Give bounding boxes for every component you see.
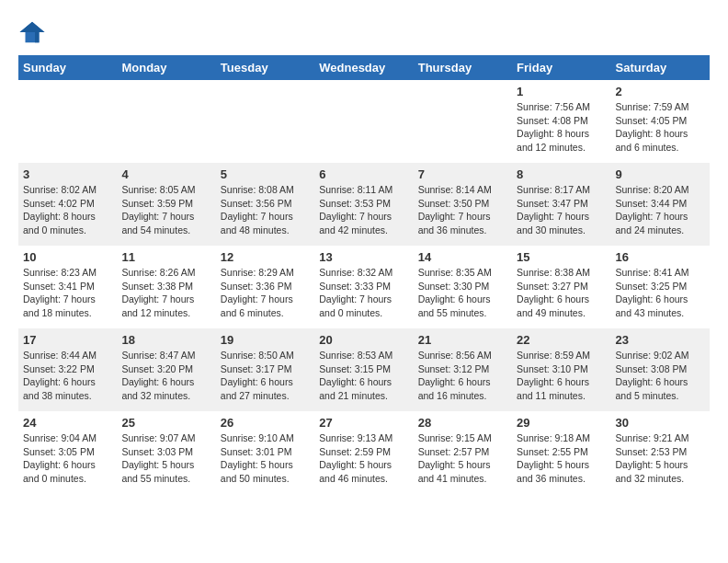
cell-content: Sunrise: 8:11 AM Sunset: 3:53 PM Dayligh… [319,184,392,236]
calendar-week-row: 1Sunrise: 7:56 AM Sunset: 4:08 PM Daylig… [18,80,710,163]
calendar-cell [216,80,314,163]
cell-content: Sunrise: 8:56 AM Sunset: 3:12 PM Dayligh… [418,350,492,401]
calendar-week-row: 24Sunrise: 9:04 AM Sunset: 3:05 PM Dayli… [18,411,710,494]
calendar-cell: 24Sunrise: 9:04 AM Sunset: 3:05 PM Dayli… [18,411,117,494]
cell-content: Sunrise: 8:38 AM Sunset: 3:27 PM Dayligh… [517,267,590,318]
cell-content: Sunrise: 9:15 AM Sunset: 2:57 PM Dayligh… [418,432,492,484]
calendar-cell: 17Sunrise: 8:44 AM Sunset: 3:22 PM Dayli… [18,328,117,411]
day-number: 6 [319,167,408,181]
calendar-cell: 20Sunrise: 8:53 AM Sunset: 3:15 PM Dayli… [314,328,413,411]
day-number: 17 [23,333,112,347]
day-number: 9 [616,167,705,181]
calendar-cell: 2Sunrise: 7:59 AM Sunset: 4:05 PM Daylig… [611,80,710,163]
cell-content: Sunrise: 9:13 AM Sunset: 2:59 PM Dayligh… [319,432,392,484]
calendar-cell: 1Sunrise: 7:56 AM Sunset: 4:08 PM Daylig… [512,80,610,163]
day-number: 21 [418,333,507,347]
calendar-cell: 26Sunrise: 9:10 AM Sunset: 3:01 PM Dayli… [216,411,314,494]
calendar-cell: 22Sunrise: 8:59 AM Sunset: 3:10 PM Dayli… [512,328,610,411]
day-number: 4 [121,167,210,181]
weekday-header: Friday [512,55,610,80]
calendar-cell: 3Sunrise: 8:02 AM Sunset: 4:02 PM Daylig… [18,163,117,246]
calendar-cell: 16Sunrise: 8:41 AM Sunset: 3:25 PM Dayli… [611,246,710,328]
calendar-cell: 15Sunrise: 8:38 AM Sunset: 3:27 PM Dayli… [512,246,610,328]
calendar-cell: 25Sunrise: 9:07 AM Sunset: 3:03 PM Dayli… [117,411,215,494]
day-number: 14 [418,250,507,264]
cell-content: Sunrise: 7:59 AM Sunset: 4:05 PM Dayligh… [616,101,689,153]
cell-content: Sunrise: 8:32 AM Sunset: 3:33 PM Dayligh… [319,267,392,318]
calendar-cell [117,80,215,163]
calendar-cell: 27Sunrise: 9:13 AM Sunset: 2:59 PM Dayli… [314,411,413,494]
day-number: 2 [616,85,705,98]
calendar-cell: 8Sunrise: 8:17 AM Sunset: 3:47 PM Daylig… [512,163,610,246]
cell-content: Sunrise: 8:05 AM Sunset: 3:59 PM Dayligh… [121,184,195,236]
cell-content: Sunrise: 8:23 AM Sunset: 3:41 PM Dayligh… [23,267,97,318]
calendar-cell: 6Sunrise: 8:11 AM Sunset: 3:53 PM Daylig… [314,163,413,246]
calendar-cell: 13Sunrise: 8:32 AM Sunset: 3:33 PM Dayli… [314,246,413,328]
day-number: 28 [418,416,507,430]
day-number: 20 [319,333,408,347]
day-number: 13 [319,250,408,264]
cell-content: Sunrise: 8:02 AM Sunset: 4:02 PM Dayligh… [23,184,97,236]
cell-content: Sunrise: 9:07 AM Sunset: 3:03 PM Dayligh… [121,432,195,484]
day-number: 24 [23,416,112,430]
calendar-cell: 12Sunrise: 8:29 AM Sunset: 3:36 PM Dayli… [216,246,314,328]
day-number: 3 [23,167,112,181]
calendar-cell: 23Sunrise: 9:02 AM Sunset: 3:08 PM Dayli… [611,328,710,411]
calendar-cell: 11Sunrise: 8:26 AM Sunset: 3:38 PM Dayli… [117,246,215,328]
weekday-header: Monday [117,55,215,80]
logo [18,18,50,46]
calendar-cell: 30Sunrise: 9:21 AM Sunset: 2:53 PM Dayli… [611,411,710,494]
day-number: 15 [517,250,606,264]
day-number: 8 [517,167,606,181]
calendar-cell: 21Sunrise: 8:56 AM Sunset: 3:12 PM Dayli… [414,328,512,411]
day-number: 22 [517,333,606,347]
day-number: 11 [121,250,210,264]
cell-content: Sunrise: 9:04 AM Sunset: 3:05 PM Dayligh… [23,432,97,484]
day-number: 26 [221,416,310,430]
day-number: 16 [616,250,705,264]
logo-icon [18,18,46,46]
calendar-cell: 19Sunrise: 8:50 AM Sunset: 3:17 PM Dayli… [216,328,314,411]
cell-content: Sunrise: 8:44 AM Sunset: 3:22 PM Dayligh… [23,350,97,401]
calendar-cell: 14Sunrise: 8:35 AM Sunset: 3:30 PM Dayli… [414,246,512,328]
weekday-header: Saturday [611,55,710,80]
cell-content: Sunrise: 9:21 AM Sunset: 2:53 PM Dayligh… [616,432,689,484]
calendar-cell: 10Sunrise: 8:23 AM Sunset: 3:41 PM Dayli… [18,246,117,328]
day-number: 25 [121,416,210,430]
calendar-cell: 29Sunrise: 9:18 AM Sunset: 2:55 PM Dayli… [512,411,610,494]
calendar-cell: 28Sunrise: 9:15 AM Sunset: 2:57 PM Dayli… [414,411,512,494]
cell-content: Sunrise: 8:59 AM Sunset: 3:10 PM Dayligh… [517,350,590,401]
weekday-header: Sunday [18,55,117,80]
calendar-cell [314,80,413,163]
day-number: 12 [221,250,310,264]
calendar-week-row: 10Sunrise: 8:23 AM Sunset: 3:41 PM Dayli… [18,246,710,328]
calendar-week-row: 17Sunrise: 8:44 AM Sunset: 3:22 PM Dayli… [18,328,710,411]
day-number: 7 [418,167,507,181]
day-number: 30 [616,416,705,430]
cell-content: Sunrise: 8:26 AM Sunset: 3:38 PM Dayligh… [121,267,195,318]
cell-content: Sunrise: 8:35 AM Sunset: 3:30 PM Dayligh… [418,267,492,318]
day-number: 10 [23,250,112,264]
calendar-week-row: 3Sunrise: 8:02 AM Sunset: 4:02 PM Daylig… [18,163,710,246]
day-number: 18 [121,333,210,347]
calendar-cell: 7Sunrise: 8:14 AM Sunset: 3:50 PM Daylig… [414,163,512,246]
cell-content: Sunrise: 8:08 AM Sunset: 3:56 PM Dayligh… [221,184,294,236]
calendar-cell: 4Sunrise: 8:05 AM Sunset: 3:59 PM Daylig… [117,163,215,246]
calendar-cell: 18Sunrise: 8:47 AM Sunset: 3:20 PM Dayli… [117,328,215,411]
day-number: 23 [616,333,705,347]
weekday-header: Wednesday [314,55,413,80]
cell-content: Sunrise: 8:29 AM Sunset: 3:36 PM Dayligh… [221,267,294,318]
cell-content: Sunrise: 8:17 AM Sunset: 3:47 PM Dayligh… [517,184,590,236]
day-number: 1 [517,85,606,98]
calendar-cell [18,80,117,163]
cell-content: Sunrise: 8:41 AM Sunset: 3:25 PM Dayligh… [616,267,689,318]
calendar-body: 1Sunrise: 7:56 AM Sunset: 4:08 PM Daylig… [18,80,710,494]
calendar-cell [414,80,512,163]
calendar-cell: 5Sunrise: 8:08 AM Sunset: 3:56 PM Daylig… [216,163,314,246]
cell-content: Sunrise: 8:14 AM Sunset: 3:50 PM Dayligh… [418,184,492,236]
calendar-cell: 9Sunrise: 8:20 AM Sunset: 3:44 PM Daylig… [611,163,710,246]
cell-content: Sunrise: 7:56 AM Sunset: 4:08 PM Dayligh… [517,101,590,153]
cell-content: Sunrise: 9:18 AM Sunset: 2:55 PM Dayligh… [517,432,590,484]
day-number: 19 [221,333,310,347]
weekday-header: Thursday [414,55,512,80]
